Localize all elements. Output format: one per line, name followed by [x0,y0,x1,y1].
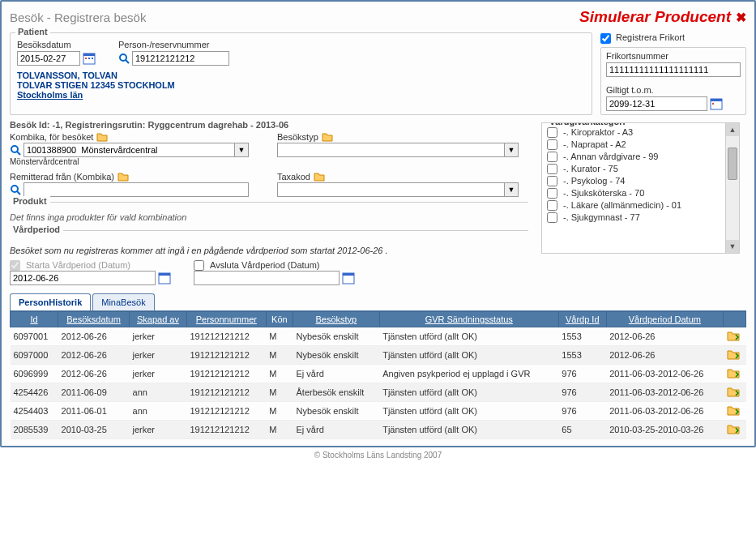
caregiver-checkbox[interactable] [547,176,557,186]
search-icon[interactable] [10,144,21,156]
remitterad-label: Remitterad från (Kombika) [10,171,253,182]
frikort-nr-label: Frikortsnummer [606,51,741,61]
table-header[interactable]: Kön [266,311,293,327]
folder-icon[interactable] [117,171,129,182]
table-cell: 2085539 [11,420,58,438]
caregiver-checkbox[interactable] [547,188,557,199]
open-icon[interactable] [727,330,740,341]
caregiver-item[interactable]: -. Kiropraktor - A3 [547,126,737,139]
taxakod-dropdown-button[interactable]: ▼ [504,182,519,197]
frikort-checkbox[interactable] [600,33,611,44]
pnr-input[interactable] [132,51,229,66]
caregiver-checkbox[interactable] [547,139,557,150]
start-period-input[interactable] [10,271,156,285]
tab-personhistorik[interactable]: PersonHistorik [10,293,91,310]
remitterad-input[interactable] [23,182,249,197]
table-header[interactable]: Id [11,311,58,327]
caregiver-checkbox[interactable] [547,212,557,223]
table-header[interactable]: Besöksdatum [58,311,130,327]
taxakod-label: Taxakod [277,171,520,182]
tab-minabesok[interactable]: MinaBesök [92,293,154,310]
table-header[interactable] [724,311,746,327]
calendar-icon[interactable] [158,272,171,284]
table-cell: Tjänsten utförd (allt OK) [379,383,558,401]
table-header[interactable]: Vårdp Id [558,311,606,327]
caregiver-item[interactable]: -. Sjukgymnast - 77 [547,212,737,224]
table-cell: 6097000 [11,345,58,364]
folder-icon[interactable] [96,131,108,143]
table-header[interactable]: Vårdperiod Datum [606,311,723,327]
frikort-label: Registrera Frikort [616,32,685,42]
table-header[interactable]: Personnummer [186,311,266,327]
open-icon[interactable] [727,386,740,397]
table-cell: Nybesök enskilt [293,345,380,364]
table-header[interactable]: Besökstyp [293,311,380,327]
caregiver-label: -. Kiropraktor - A3 [563,127,633,137]
table-row[interactable]: 60969992012-06-26jerker191212121212MEj v… [11,364,746,383]
calendar-icon[interactable] [342,272,355,284]
scroll-thumb[interactable] [728,148,737,180]
caregiver-checkbox[interactable] [547,200,557,211]
scrollbar[interactable]: ▲ ▼ [725,123,739,253]
table-action-cell [724,420,746,438]
caregiver-item[interactable]: -. Naprapat - A2 [547,139,737,151]
calendar-icon[interactable] [710,97,723,110]
frikort-tom-input[interactable] [606,96,707,111]
scroll-up-icon[interactable]: ▲ [726,123,739,136]
table-cell: jerker [130,327,187,345]
caregiver-checkbox[interactable] [547,152,557,162]
end-period-checkbox[interactable] [194,260,204,271]
open-icon[interactable] [727,404,740,416]
table-row[interactable]: 60970002012-06-26jerker191212121212MNybe… [11,345,746,364]
patient-region-link[interactable]: Stockholms län [17,90,83,100]
pnr-label: Person-/reservnummer [118,40,229,49]
svg-rect-1 [83,53,95,56]
caregiver-item[interactable]: -. Annan vårdgivare - 99 [547,151,737,163]
kombika-input[interactable] [23,143,234,157]
table-cell: Nybesök enskilt [293,327,380,345]
caregiver-checkbox[interactable] [547,127,557,138]
svg-rect-9 [712,103,714,105]
besokstyp-dropdown-button[interactable]: ▼ [504,143,519,157]
table-header[interactable]: GVR Sändningsstatus [379,311,558,327]
table-cell: 976 [558,401,606,420]
calendar-icon[interactable] [83,52,96,65]
caregiver-checkbox[interactable] [547,164,557,174]
table-cell: 6097001 [11,327,58,345]
taxakod-input[interactable] [277,182,504,197]
open-icon[interactable] [727,349,740,360]
table-row[interactable]: 60970012012-06-26jerker191212121212MNybe… [11,327,746,345]
visit-date-group: Besöksdatum [17,40,96,66]
frikort-nr-input[interactable] [606,62,741,77]
caregiver-label: -. Sjukgymnast - 77 [563,212,640,222]
table-action-cell [724,383,746,401]
caregiver-item[interactable]: -. Psykolog - 74 [547,175,737,187]
tabs: PersonHistorik MinaBesök [10,293,746,311]
table-cell: M [266,420,293,438]
open-icon[interactable] [727,423,740,434]
search-icon[interactable] [118,53,130,64]
table-cell: Tjänsten utförd (allt OK) [379,345,558,364]
caregiver-label: -. Kurator - 75 [563,164,618,173]
table-row[interactable]: 42544032011-06-01ann191212121212MNybesök… [11,401,746,420]
open-icon[interactable] [727,367,740,379]
svg-point-12 [11,186,18,192]
table-row[interactable]: 20855392010-03-25jerker191212121212MEj v… [11,420,746,438]
visit-date-input[interactable] [17,51,80,66]
caregiver-item[interactable]: -. Läkare (allmänmedicin) - 01 [547,199,737,212]
close-icon[interactable]: ✖ [736,10,746,25]
caregiver-item[interactable]: -. Kurator - 75 [547,163,737,175]
end-period-input[interactable] [194,271,340,285]
folder-icon[interactable] [314,171,325,182]
folder-icon[interactable] [322,131,333,143]
svg-line-13 [17,191,20,195]
search-icon[interactable] [10,184,21,195]
caregiver-item[interactable]: -. Sjuksköterska - 70 [547,187,737,199]
table-header[interactable]: Skapad av [130,311,187,327]
scroll-down-icon[interactable]: ▼ [726,240,739,253]
history-table: IdBesöksdatumSkapad avPersonnummerKönBes… [10,311,746,439]
start-period-label: Starta Vårdperiod (Datum) [10,260,171,271]
besokstyp-input[interactable] [277,143,504,157]
table-row[interactable]: 42544262011-06-09ann191212121212MÅterbes… [11,383,746,401]
kombika-dropdown-button[interactable]: ▼ [234,143,249,157]
